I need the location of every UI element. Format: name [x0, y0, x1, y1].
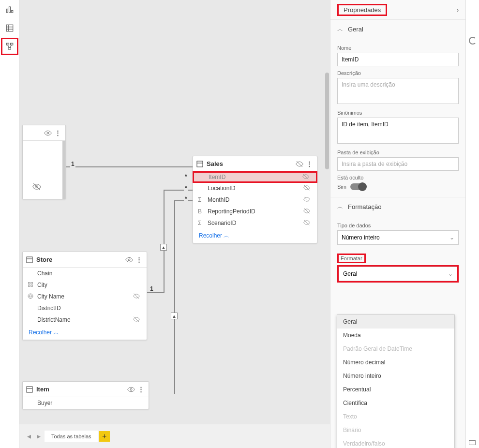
field-row[interactable]: Buyer	[23, 397, 149, 409]
focus-mode-icon[interactable]	[469, 440, 476, 445]
report-view-icon[interactable]	[1, 1, 18, 18]
svg-line-11	[10, 45, 12, 47]
hidden-icon	[303, 184, 312, 193]
field-row[interactable]: DistrictName	[23, 314, 147, 326]
collapse-link[interactable]: Recolher ︿	[23, 326, 147, 340]
eye-icon[interactable]	[126, 386, 136, 393]
vertical-scrollbar[interactable]	[325, 0, 329, 424]
svg-rect-0	[6, 9, 8, 13]
description-label: Descrição	[337, 70, 459, 76]
name-input[interactable]	[337, 53, 459, 66]
svg-rect-28	[29, 285, 30, 287]
format-option[interactable]: Científica	[337, 396, 454, 410]
table-card-item[interactable]: Item ⋮ Buyer	[22, 381, 149, 409]
data-type-label: Tipo de dados	[337, 223, 459, 228]
next-tab-icon[interactable]: ▸	[34, 432, 44, 441]
more-icon[interactable]: ⋮	[134, 256, 144, 263]
field-row[interactable]: ΣMonthID	[193, 194, 317, 206]
description-input[interactable]	[337, 78, 459, 104]
format-option[interactable]: Percentual	[337, 383, 454, 396]
relationship-line[interactable]	[147, 292, 164, 293]
cardinality-many: *	[184, 195, 188, 202]
cardinality-one: 1	[149, 285, 154, 292]
more-icon[interactable]: ⋮	[136, 386, 146, 393]
table-title: Store	[36, 256, 52, 263]
is-hidden-label: Está oculto	[337, 175, 459, 180]
more-icon[interactable]: ⋮	[304, 160, 314, 167]
model-canvas[interactable]: ⋮ Sales ⋮ ItemID LocationID ΣMonthID BRe…	[19, 0, 330, 424]
hidden-icon	[302, 173, 311, 181]
far-right-strip	[465, 0, 479, 448]
table-card-sales[interactable]: Sales ⋮ ItemID LocationID ΣMonthID BRepo…	[193, 156, 317, 243]
svg-rect-26	[29, 282, 30, 284]
format-option: Binário	[337, 423, 454, 437]
prev-tab-icon[interactable]: ◂	[24, 432, 34, 441]
field-row[interactable]: ΣScenarioID	[193, 217, 317, 229]
tab-all-tables[interactable]: Todas as tabelas	[45, 431, 98, 442]
field-row[interactable]: BReportingPeriodID	[193, 206, 317, 217]
svg-rect-8	[11, 43, 13, 45]
chevron-up-icon: ︿	[337, 25, 343, 33]
model-view-icon[interactable]	[1, 38, 18, 55]
left-toolbar	[0, 0, 19, 448]
format-option[interactable]: Moeda	[337, 329, 454, 342]
svg-rect-15	[197, 161, 203, 167]
field-row[interactable]: City	[23, 279, 147, 291]
format-select[interactable]: Geral⌄	[337, 265, 459, 283]
cardinality-many: *	[184, 185, 188, 192]
field-itemid[interactable]: ItemID	[193, 171, 317, 183]
is-hidden-toggle[interactable]	[350, 183, 366, 190]
svg-rect-2	[12, 11, 13, 13]
svg-rect-27	[31, 282, 33, 284]
cardinality-many: *	[184, 173, 188, 180]
collapse-panel-icon[interactable]: ›	[457, 6, 459, 14]
hidden-icon	[32, 182, 41, 193]
section-general[interactable]: ︿ Geral	[330, 20, 465, 38]
text-icon: B	[198, 208, 205, 215]
sigma-icon: Σ	[198, 196, 205, 203]
format-option[interactable]: Número decimal	[337, 356, 454, 369]
chevron-up-icon: ︿	[224, 232, 229, 239]
format-option: Padrão Geral de DateTime	[337, 342, 454, 356]
grid-icon	[28, 282, 34, 289]
hidden-icon	[303, 219, 312, 227]
data-view-icon[interactable]	[1, 19, 18, 37]
more-icon[interactable]: ⋮	[53, 129, 62, 136]
section-formatting[interactable]: ︿ Formatação	[330, 197, 465, 216]
field-row[interactable]: City Name	[23, 291, 147, 302]
eye-icon[interactable]	[43, 129, 53, 137]
field-row[interactable]: Chain	[23, 268, 147, 279]
format-option[interactable]: Número inteiro	[337, 369, 454, 383]
add-tab-button[interactable]: +	[99, 431, 110, 442]
relationship-line[interactable]	[174, 200, 193, 201]
format-option: Texto	[337, 410, 454, 423]
format-option[interactable]: Geral	[337, 315, 454, 329]
display-folder-input[interactable]	[337, 157, 459, 171]
svg-point-25	[128, 259, 130, 261]
hidden-icon	[133, 293, 142, 301]
collapse-link[interactable]: Recolher ︿	[193, 229, 317, 243]
relationship-line[interactable]	[174, 200, 175, 394]
eye-icon[interactable]	[124, 256, 134, 264]
is-hidden-value: Sim	[337, 184, 346, 190]
cardinality-one: 1	[70, 161, 75, 167]
synonyms-input[interactable]	[337, 118, 459, 144]
hidden-icon	[303, 208, 312, 216]
data-type-select[interactable]: Número inteiro⌄	[337, 230, 459, 245]
field-row[interactable]: LocationID	[193, 182, 317, 194]
svg-rect-29	[31, 285, 33, 287]
table-card-collapsed[interactable]: ⋮	[22, 125, 66, 199]
relationship-line[interactable]	[164, 190, 165, 293]
display-folder-label: Pasta de exibição	[337, 149, 459, 155]
hidden-icon	[303, 196, 312, 204]
format-dropdown[interactable]: GeralMoedaPadrão Geral de DateTimeNúmero…	[337, 314, 455, 448]
relationship-line[interactable]	[66, 166, 193, 167]
table-card-store[interactable]: Store ⋮ Chain City City Name DistrictID …	[22, 252, 147, 340]
chevron-down-icon: ⌄	[449, 234, 454, 241]
field-row[interactable]: DistrictID	[23, 302, 147, 314]
loading-icon	[469, 37, 477, 45]
synonyms-label: Sinônimos	[337, 110, 459, 116]
format-option: Verdadeiro/falso	[337, 437, 454, 448]
relationship-line[interactable]	[164, 190, 193, 191]
hidden-icon[interactable]	[295, 160, 304, 168]
